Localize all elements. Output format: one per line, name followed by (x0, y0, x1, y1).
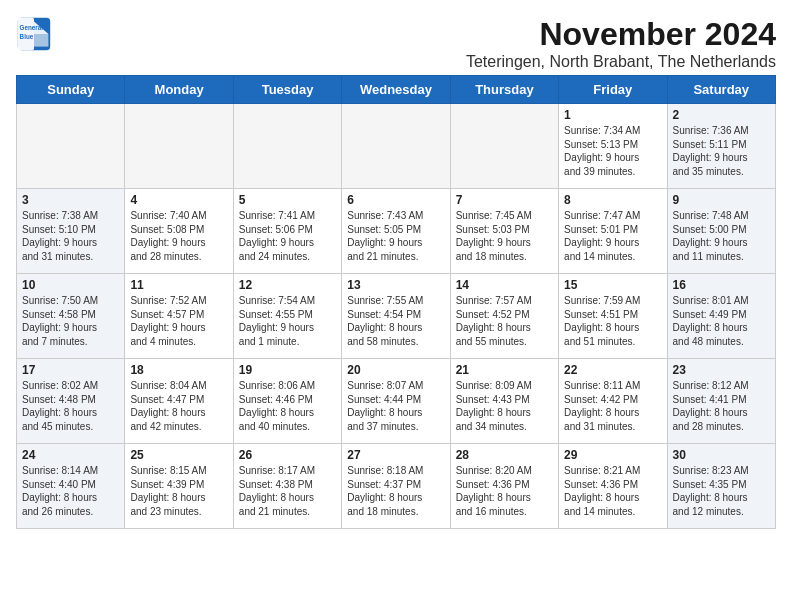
day-info: Sunrise: 7:48 AM Sunset: 5:00 PM Dayligh… (673, 209, 770, 263)
day-number: 26 (239, 448, 336, 462)
calendar-cell: 2Sunrise: 7:36 AM Sunset: 5:11 PM Daylig… (667, 104, 775, 189)
day-number: 10 (22, 278, 119, 292)
calendar-cell (233, 104, 341, 189)
day-number: 24 (22, 448, 119, 462)
day-info: Sunrise: 7:47 AM Sunset: 5:01 PM Dayligh… (564, 209, 661, 263)
day-info: Sunrise: 7:59 AM Sunset: 4:51 PM Dayligh… (564, 294, 661, 348)
calendar-cell: 8Sunrise: 7:47 AM Sunset: 5:01 PM Daylig… (559, 189, 667, 274)
day-number: 12 (239, 278, 336, 292)
day-info: Sunrise: 7:45 AM Sunset: 5:03 PM Dayligh… (456, 209, 553, 263)
calendar-cell: 23Sunrise: 8:12 AM Sunset: 4:41 PM Dayli… (667, 359, 775, 444)
day-info: Sunrise: 7:36 AM Sunset: 5:11 PM Dayligh… (673, 124, 770, 178)
calendar-cell: 21Sunrise: 8:09 AM Sunset: 4:43 PM Dayli… (450, 359, 558, 444)
weekday-header-monday: Monday (125, 76, 233, 104)
weekday-header-friday: Friday (559, 76, 667, 104)
day-info: Sunrise: 8:12 AM Sunset: 4:41 PM Dayligh… (673, 379, 770, 433)
day-number: 6 (347, 193, 444, 207)
day-info: Sunrise: 8:06 AM Sunset: 4:46 PM Dayligh… (239, 379, 336, 433)
calendar-cell: 5Sunrise: 7:41 AM Sunset: 5:06 PM Daylig… (233, 189, 341, 274)
day-number: 21 (456, 363, 553, 377)
day-number: 19 (239, 363, 336, 377)
calendar-cell: 24Sunrise: 8:14 AM Sunset: 4:40 PM Dayli… (17, 444, 125, 529)
calendar-week-2: 3Sunrise: 7:38 AM Sunset: 5:10 PM Daylig… (17, 189, 776, 274)
calendar-cell: 19Sunrise: 8:06 AM Sunset: 4:46 PM Dayli… (233, 359, 341, 444)
day-info: Sunrise: 7:43 AM Sunset: 5:05 PM Dayligh… (347, 209, 444, 263)
day-number: 25 (130, 448, 227, 462)
calendar-week-4: 17Sunrise: 8:02 AM Sunset: 4:48 PM Dayli… (17, 359, 776, 444)
day-number: 5 (239, 193, 336, 207)
day-info: Sunrise: 8:04 AM Sunset: 4:47 PM Dayligh… (130, 379, 227, 433)
weekday-header-saturday: Saturday (667, 76, 775, 104)
calendar-cell: 1Sunrise: 7:34 AM Sunset: 5:13 PM Daylig… (559, 104, 667, 189)
calendar-cell: 25Sunrise: 8:15 AM Sunset: 4:39 PM Dayli… (125, 444, 233, 529)
calendar-cell (125, 104, 233, 189)
calendar-cell (450, 104, 558, 189)
location-title: Teteringen, North Brabant, The Netherlan… (466, 53, 776, 71)
calendar-cell: 13Sunrise: 7:55 AM Sunset: 4:54 PM Dayli… (342, 274, 450, 359)
weekday-header-row: SundayMondayTuesdayWednesdayThursdayFrid… (17, 76, 776, 104)
day-number: 28 (456, 448, 553, 462)
calendar-cell: 29Sunrise: 8:21 AM Sunset: 4:36 PM Dayli… (559, 444, 667, 529)
logo: General Blue (16, 16, 52, 52)
day-number: 1 (564, 108, 661, 122)
day-number: 16 (673, 278, 770, 292)
day-info: Sunrise: 7:40 AM Sunset: 5:08 PM Dayligh… (130, 209, 227, 263)
day-info: Sunrise: 7:50 AM Sunset: 4:58 PM Dayligh… (22, 294, 119, 348)
calendar-cell: 15Sunrise: 7:59 AM Sunset: 4:51 PM Dayli… (559, 274, 667, 359)
calendar-week-1: 1Sunrise: 7:34 AM Sunset: 5:13 PM Daylig… (17, 104, 776, 189)
day-info: Sunrise: 7:41 AM Sunset: 5:06 PM Dayligh… (239, 209, 336, 263)
calendar-week-3: 10Sunrise: 7:50 AM Sunset: 4:58 PM Dayli… (17, 274, 776, 359)
day-info: Sunrise: 8:07 AM Sunset: 4:44 PM Dayligh… (347, 379, 444, 433)
weekday-header-wednesday: Wednesday (342, 76, 450, 104)
calendar-cell: 26Sunrise: 8:17 AM Sunset: 4:38 PM Dayli… (233, 444, 341, 529)
day-number: 7 (456, 193, 553, 207)
day-info: Sunrise: 7:57 AM Sunset: 4:52 PM Dayligh… (456, 294, 553, 348)
day-number: 9 (673, 193, 770, 207)
month-title: November 2024 (466, 16, 776, 53)
day-info: Sunrise: 8:11 AM Sunset: 4:42 PM Dayligh… (564, 379, 661, 433)
calendar-cell (17, 104, 125, 189)
calendar-week-5: 24Sunrise: 8:14 AM Sunset: 4:40 PM Dayli… (17, 444, 776, 529)
day-info: Sunrise: 7:54 AM Sunset: 4:55 PM Dayligh… (239, 294, 336, 348)
day-number: 3 (22, 193, 119, 207)
weekday-header-tuesday: Tuesday (233, 76, 341, 104)
calendar-body: 1Sunrise: 7:34 AM Sunset: 5:13 PM Daylig… (17, 104, 776, 529)
calendar-cell: 4Sunrise: 7:40 AM Sunset: 5:08 PM Daylig… (125, 189, 233, 274)
logo-icon: General Blue (16, 16, 52, 52)
calendar-cell: 3Sunrise: 7:38 AM Sunset: 5:10 PM Daylig… (17, 189, 125, 274)
calendar-table: SundayMondayTuesdayWednesdayThursdayFrid… (16, 75, 776, 529)
day-info: Sunrise: 8:02 AM Sunset: 4:48 PM Dayligh… (22, 379, 119, 433)
calendar-cell (342, 104, 450, 189)
calendar-cell: 16Sunrise: 8:01 AM Sunset: 4:49 PM Dayli… (667, 274, 775, 359)
calendar-cell: 30Sunrise: 8:23 AM Sunset: 4:35 PM Dayli… (667, 444, 775, 529)
calendar-cell: 22Sunrise: 8:11 AM Sunset: 4:42 PM Dayli… (559, 359, 667, 444)
day-number: 13 (347, 278, 444, 292)
day-info: Sunrise: 7:55 AM Sunset: 4:54 PM Dayligh… (347, 294, 444, 348)
day-number: 15 (564, 278, 661, 292)
day-info: Sunrise: 8:01 AM Sunset: 4:49 PM Dayligh… (673, 294, 770, 348)
calendar-cell: 28Sunrise: 8:20 AM Sunset: 4:36 PM Dayli… (450, 444, 558, 529)
day-number: 18 (130, 363, 227, 377)
svg-text:General: General (20, 24, 44, 31)
calendar-cell: 12Sunrise: 7:54 AM Sunset: 4:55 PM Dayli… (233, 274, 341, 359)
day-number: 11 (130, 278, 227, 292)
day-number: 17 (22, 363, 119, 377)
day-info: Sunrise: 8:14 AM Sunset: 4:40 PM Dayligh… (22, 464, 119, 518)
calendar-cell: 6Sunrise: 7:43 AM Sunset: 5:05 PM Daylig… (342, 189, 450, 274)
day-number: 4 (130, 193, 227, 207)
day-info: Sunrise: 8:17 AM Sunset: 4:38 PM Dayligh… (239, 464, 336, 518)
day-number: 2 (673, 108, 770, 122)
day-number: 30 (673, 448, 770, 462)
calendar-cell: 14Sunrise: 7:57 AM Sunset: 4:52 PM Dayli… (450, 274, 558, 359)
header: General Blue November 2024 Teteringen, N… (16, 16, 776, 71)
day-info: Sunrise: 7:52 AM Sunset: 4:57 PM Dayligh… (130, 294, 227, 348)
day-number: 23 (673, 363, 770, 377)
day-number: 27 (347, 448, 444, 462)
calendar-cell: 27Sunrise: 8:18 AM Sunset: 4:37 PM Dayli… (342, 444, 450, 529)
calendar-cell: 7Sunrise: 7:45 AM Sunset: 5:03 PM Daylig… (450, 189, 558, 274)
calendar-cell: 18Sunrise: 8:04 AM Sunset: 4:47 PM Dayli… (125, 359, 233, 444)
day-number: 8 (564, 193, 661, 207)
calendar-cell: 17Sunrise: 8:02 AM Sunset: 4:48 PM Dayli… (17, 359, 125, 444)
weekday-header-thursday: Thursday (450, 76, 558, 104)
day-number: 22 (564, 363, 661, 377)
